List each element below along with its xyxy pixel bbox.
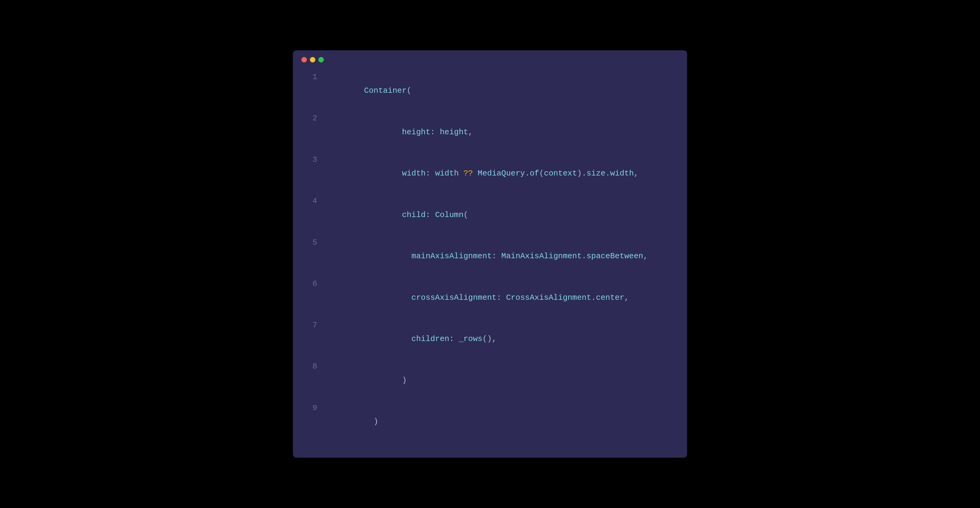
line-number-8: 8 bbox=[305, 360, 317, 374]
code-line-6: 6 crossAxisAlignment: CrossAxisAlignment… bbox=[305, 277, 675, 319]
token-height-prop: height bbox=[364, 128, 430, 137]
token-children-prop: children bbox=[364, 334, 449, 343]
line-number-7: 7 bbox=[305, 319, 317, 332]
line-number-5: 5 bbox=[305, 236, 317, 250]
code-content-7: children: _rows(), bbox=[326, 319, 497, 360]
maximize-button[interactable] bbox=[318, 57, 324, 62]
token-mainaxis-prop: mainAxisAlignment bbox=[364, 252, 492, 261]
title-bar bbox=[293, 50, 687, 67]
code-content-6: crossAxisAlignment: CrossAxisAlignment.c… bbox=[326, 277, 629, 319]
code-content-9: ) bbox=[326, 401, 379, 443]
token-of-method: of bbox=[530, 169, 539, 178]
token-paren-1: ( bbox=[407, 86, 412, 95]
code-line-5: 5 mainAxisAlignment: MainAxisAlignment.s… bbox=[305, 236, 675, 277]
token-crossaxisalignment-enum: CrossAxisAlignment bbox=[506, 293, 591, 302]
token-close-paren-9: ) bbox=[364, 417, 379, 426]
token-rows-method: _rows bbox=[459, 334, 482, 343]
code-editor-window: 1 Container( 2 height: height, 3 width: … bbox=[293, 50, 687, 458]
line-number-4: 4 bbox=[305, 194, 317, 208]
token-mediaquery: MediaQuery bbox=[477, 169, 525, 178]
code-content-2: height: height, bbox=[326, 111, 473, 153]
token-width-prop: width bbox=[364, 169, 426, 178]
close-button[interactable] bbox=[301, 57, 307, 62]
code-area: 1 Container( 2 height: height, 3 width: … bbox=[293, 67, 687, 446]
token-width-size: width bbox=[610, 169, 634, 178]
token-context: context bbox=[544, 169, 577, 178]
token-column: Column bbox=[435, 210, 464, 219]
token-height-val: height bbox=[440, 128, 468, 137]
token-center: center bbox=[596, 293, 624, 302]
token-paren-4: ( bbox=[464, 210, 468, 219]
line-number-3: 3 bbox=[305, 153, 317, 167]
code-content-1: Container( bbox=[326, 70, 412, 112]
code-content-8: ) bbox=[326, 360, 407, 401]
line-number-9: 9 bbox=[305, 401, 317, 415]
token-spacebetween: spaceBetween bbox=[586, 252, 643, 261]
token-close-paren-8: ) bbox=[364, 376, 407, 385]
token-width-val: width bbox=[435, 169, 459, 178]
code-content-4: child: Column( bbox=[326, 194, 468, 236]
code-line-3: 3 width: width ?? MediaQuery.of(context)… bbox=[305, 153, 675, 195]
code-content-3: width: width ?? MediaQuery.of(context).s… bbox=[326, 153, 639, 195]
line-number-6: 6 bbox=[305, 277, 317, 291]
token-child-prop: child bbox=[364, 210, 426, 219]
code-line-7: 7 children: _rows(), bbox=[305, 319, 675, 360]
code-content-5: mainAxisAlignment: MainAxisAlignment.spa… bbox=[326, 236, 648, 277]
code-line-9: 9 ) bbox=[305, 401, 675, 443]
code-line-8: 8 ) bbox=[305, 360, 675, 401]
line-number-2: 2 bbox=[305, 111, 317, 125]
line-number-1: 1 bbox=[305, 70, 317, 84]
token-nullcheck: ?? bbox=[464, 169, 473, 178]
code-line-1: 1 Container( bbox=[305, 70, 675, 112]
token-container: Container bbox=[364, 86, 407, 95]
token-mainaxisalignment-enum: MainAxisAlignment bbox=[501, 252, 582, 261]
code-line-4: 4 child: Column( bbox=[305, 194, 675, 236]
minimize-button[interactable] bbox=[310, 57, 315, 62]
token-size: size bbox=[586, 169, 605, 178]
token-crossaxis-prop: crossAxisAlignment bbox=[364, 293, 497, 302]
code-line-2: 2 height: height, bbox=[305, 111, 675, 153]
